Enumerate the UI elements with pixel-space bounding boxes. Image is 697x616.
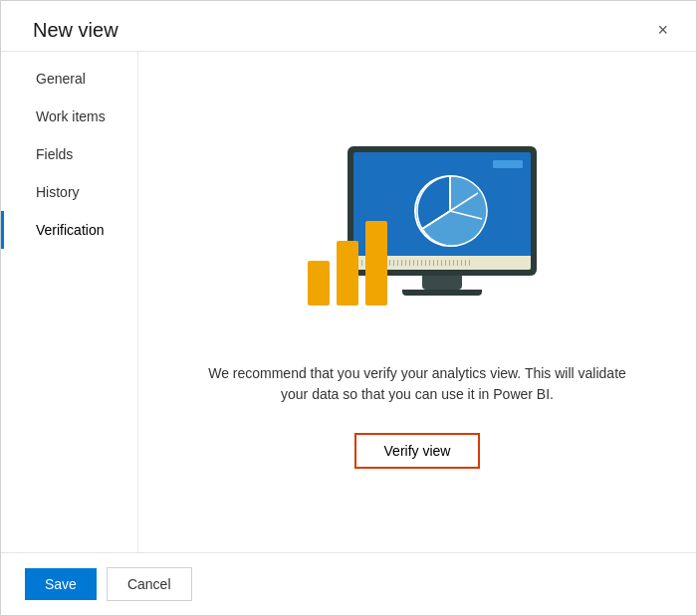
dialog-title: New view	[33, 19, 118, 42]
save-button[interactable]: Save	[25, 568, 97, 600]
new-view-dialog: New view × General Work items Fields His…	[0, 0, 697, 616]
tablet-base	[402, 290, 482, 296]
dialog-header: New view ×	[1, 1, 696, 51]
sidebar-item-work-items[interactable]: Work items	[1, 98, 137, 135]
sidebar-item-history[interactable]: History	[1, 173, 137, 211]
bar-3	[365, 221, 387, 306]
cancel-button[interactable]: Cancel	[107, 567, 192, 601]
dialog-body: General Work items Fields History Verifi…	[1, 52, 696, 552]
dialog-footer: Save Cancel	[1, 552, 696, 615]
sidebar-item-verification[interactable]: Verification	[1, 211, 137, 249]
main-content: We recommend that you verify your analyt…	[138, 52, 696, 552]
close-button[interactable]: ×	[649, 17, 676, 43]
bar-1	[308, 261, 330, 306]
sidebar-item-fields[interactable]: Fields	[1, 135, 137, 173]
sidebar-item-general[interactable]: General	[1, 60, 137, 98]
illustration	[288, 136, 547, 335]
bar-chart-icon	[308, 221, 387, 306]
description-text: We recommend that you verify your analyt…	[208, 363, 626, 405]
sidebar: General Work items Fields History Verifi…	[1, 52, 138, 552]
bar-2	[337, 241, 358, 306]
tablet-stand	[422, 276, 462, 290]
verify-view-button[interactable]: Verify view	[354, 433, 481, 469]
pie-chart	[410, 171, 490, 251]
screen-accent	[493, 160, 523, 168]
